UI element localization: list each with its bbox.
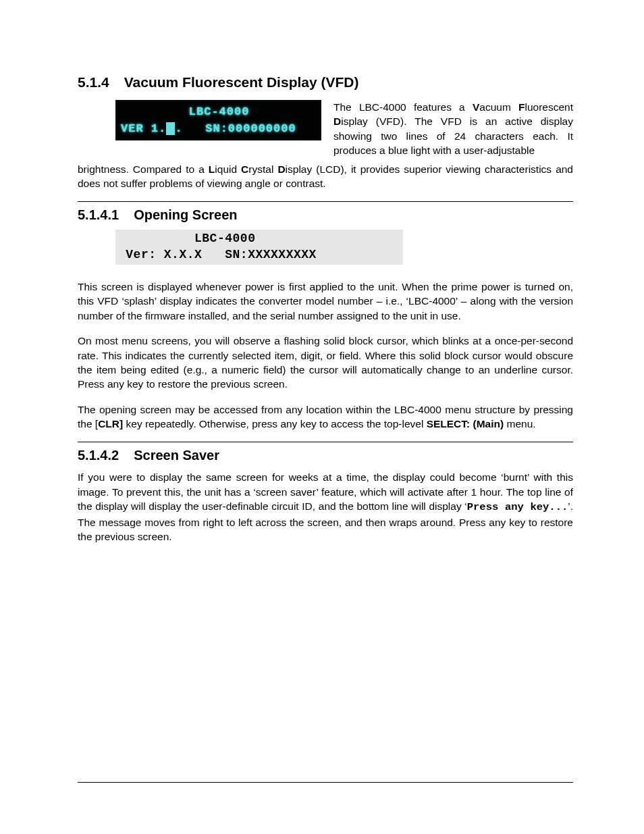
heading-5-1-4: 5.1.4 Vacuum Fluorescent Display (VFD) bbox=[78, 74, 573, 90]
footer-rule bbox=[78, 782, 573, 783]
heading-number: 5.1.4 bbox=[78, 74, 109, 90]
lcd-opening-screen: LBC-4000 Ver: X.X.X SN:XXXXXXXXX bbox=[115, 230, 403, 265]
vfd-display-image: LBC-4000 VER 1. . SN:000000000 bbox=[115, 100, 321, 140]
screensaver-para: If you were to display the same screen f… bbox=[78, 470, 573, 544]
heading-title: Opening Screen bbox=[134, 207, 237, 223]
heading-5-1-4-1: 5.1.4.1 Opening Screen bbox=[78, 201, 573, 223]
heading-number: 5.1.4.1 bbox=[78, 207, 119, 223]
heading-5-1-4-2: 5.1.4.2 Screen Saver bbox=[78, 442, 573, 463]
opening-para-1: This screen is displayed whenever power … bbox=[78, 280, 573, 323]
opening-para-3: The opening screen may be accessed from … bbox=[78, 402, 573, 432]
heading-title: Vacuum Fluorescent Display (VFD) bbox=[124, 74, 359, 90]
heading-number: 5.1.4.2 bbox=[78, 448, 119, 463]
heading-title: Screen Saver bbox=[134, 448, 219, 463]
document-page: 5.1.4 Vacuum Fluorescent Display (VFD) L… bbox=[0, 0, 644, 834]
vfd-intro-row: LBC-4000 VER 1. . SN:000000000 The LBC-4… bbox=[78, 100, 573, 158]
vfd-side-text: The LBC-4000 features a Vacuum Fluoresce… bbox=[333, 100, 573, 158]
vfd-intro-continuation: brightness. Compared to a Liquid Crystal… bbox=[78, 162, 573, 191]
opening-para-2: On most menu screens, you will observe a… bbox=[78, 334, 573, 392]
